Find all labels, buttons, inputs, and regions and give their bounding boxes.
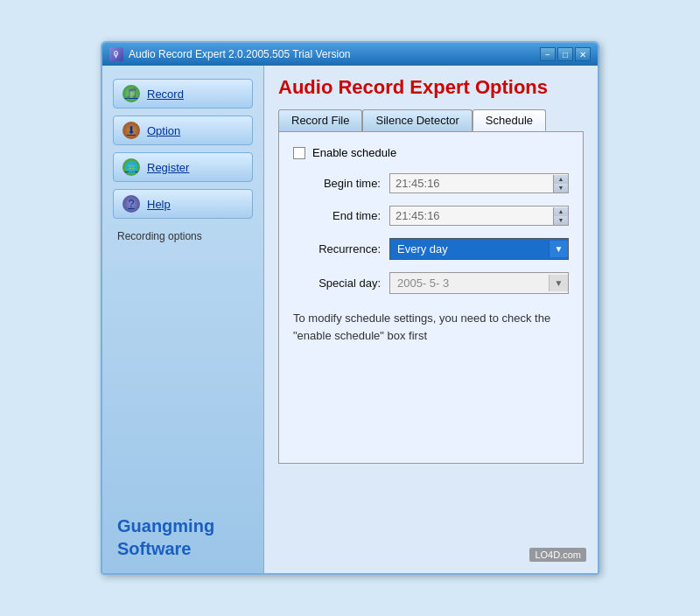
brand-text: Guangming Software (113, 514, 253, 560)
begin-time-input-wrap: ▲ ▼ (389, 173, 569, 193)
tab-record-file[interactable]: Record File (278, 109, 362, 131)
recurrence-group: Recurrence: Every day ▼ (293, 238, 569, 260)
brand-line2: Software (117, 539, 191, 558)
tab-silence-detector[interactable]: Silence Detector (362, 109, 472, 131)
end-time-down[interactable]: ▼ (554, 216, 568, 225)
help-button[interactable]: ? Help (113, 189, 253, 219)
tab-schedule[interactable]: Schedule (472, 109, 546, 131)
title-bar-left: 🎙 Audio Record Expert 2.0.2005.505 Trial… (109, 47, 351, 61)
special-day-value: 2005- 5- 3 (390, 273, 549, 293)
end-time-spinners: ▲ ▼ (553, 207, 568, 225)
application-window: 🎙 Audio Record Expert 2.0.2005.505 Trial… (101, 41, 599, 575)
end-time-label: End time: (293, 209, 381, 222)
option-label: Option (147, 124, 180, 137)
title-bar: 🎙 Audio Record Expert 2.0.2005.505 Trial… (102, 43, 598, 66)
record-label: Record (147, 88, 184, 101)
main-content: Audio Record Expert Options Record File … (264, 66, 598, 573)
register-nav-icon: 🌐 (122, 158, 140, 176)
window-title: Audio Record Expert 2.0.2005.505 Trial V… (129, 48, 351, 60)
enable-schedule-row: Enable schedule (293, 146, 569, 159)
begin-time-up[interactable]: ▲ (554, 175, 568, 184)
brand-line1: Guangming (117, 516, 214, 536)
window-controls: − □ ✕ (540, 47, 591, 61)
special-day-group: Special day: 2005- 5- 3 ▼ (293, 272, 569, 294)
begin-time-label: Begin time: (293, 177, 381, 190)
end-time-input-wrap: ▲ ▼ (389, 206, 569, 226)
special-day-label: Special day: (293, 276, 381, 290)
special-day-dropdown[interactable]: 2005- 5- 3 ▼ (389, 272, 569, 294)
enable-schedule-label: Enable schedule (312, 146, 396, 159)
help-label: Help (147, 198, 171, 211)
begin-time-input[interactable] (390, 174, 553, 192)
app-icon: 🎙 (109, 47, 123, 61)
tab-bar: Record File Silence Detector Schedule (278, 109, 584, 131)
begin-time-group: Begin time: ▲ ▼ (293, 173, 569, 193)
special-day-dropdown-arrow[interactable]: ▼ (549, 275, 568, 291)
recording-options-text: Recording options (113, 230, 253, 242)
record-nav-icon: 🎵 (122, 85, 140, 102)
record-button[interactable]: 🎵 Record (113, 79, 253, 108)
schedule-tab-content: Enable schedule Begin time: ▲ ▼ (278, 131, 584, 464)
begin-time-down[interactable]: ▼ (554, 184, 568, 192)
recurrence-dropdown-arrow[interactable]: ▼ (549, 241, 568, 257)
maximize-button[interactable]: □ (557, 47, 573, 61)
close-button[interactable]: ✕ (575, 47, 591, 61)
minimize-button[interactable]: − (540, 47, 556, 61)
end-time-input[interactable] (390, 206, 553, 225)
page-title: Audio Record Expert Options (278, 76, 584, 99)
recurrence-dropdown[interactable]: Every day ▼ (389, 238, 569, 260)
begin-time-spinners: ▲ ▼ (553, 175, 568, 192)
sidebar: 🎵 Record ⬇ Option 🌐 Register ? Help Reco… (102, 66, 264, 573)
schedule-info-text: To modify schedule settings, you need to… (293, 310, 569, 344)
recurrence-label: Recurrence: (293, 242, 381, 256)
window-body: 🎵 Record ⬇ Option 🌐 Register ? Help Reco… (102, 66, 598, 573)
end-time-up[interactable]: ▲ (554, 207, 568, 216)
option-nav-icon: ⬇ (122, 122, 140, 139)
register-button[interactable]: 🌐 Register (113, 152, 253, 182)
end-time-group: End time: ▲ ▼ (293, 206, 569, 226)
help-nav-icon: ? (122, 195, 140, 213)
register-label: Register (147, 161, 189, 174)
enable-schedule-checkbox[interactable] (293, 147, 305, 159)
option-button[interactable]: ⬇ Option (113, 116, 253, 145)
watermark: LO4D.com (529, 548, 586, 562)
recurrence-value: Every day (390, 239, 549, 259)
